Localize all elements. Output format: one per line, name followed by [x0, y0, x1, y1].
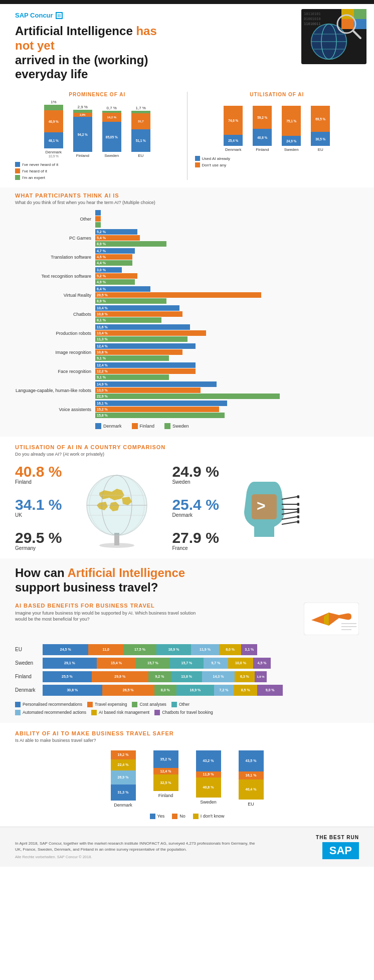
- ai-row-pcgames: PC Games 5,2 % 5,4 % 8,9 %: [15, 229, 359, 247]
- what-ai-subtitle: What do you think of first when you hear…: [15, 200, 359, 205]
- country-label: Denmark: [225, 147, 241, 152]
- utilisation-bar-finland: 59,2 % 40,8 % Finland: [249, 100, 275, 152]
- legend-risk-mgmt: AI based risk management: [99, 710, 149, 715]
- svg-text:11010011: 11010011: [304, 22, 321, 26]
- hbar-denmark: Denmark 30,8 % 26,5 % 8,0 % 16,9 % 7,2 %…: [15, 685, 359, 696]
- stacked-bar: 31,7 51,1 %: [131, 111, 150, 152]
- support-title-1: How can: [15, 566, 67, 579]
- header-section: SAP Concur ⊞ Artificial Intelligence has…: [0, 4, 374, 82]
- ai-row-prodrobots: Production robots 11,6 % 13,4 % 11,3 %: [15, 324, 359, 342]
- plane-icon: [304, 603, 359, 637]
- sap-badge: SAP: [322, 842, 359, 859]
- ai-row-other: Other: [15, 210, 359, 228]
- country-label: Denmark: [46, 150, 62, 154]
- utilisation-group: UTILISATION OF AI 74,6 % 25,4 % Denmark …: [195, 92, 359, 180]
- hbar-section: EU 24,5 % 11,0 17,5 % 16,9 % 11,9 % 8,0 …: [15, 644, 359, 696]
- ai-bars-container: Other PC Games 5,2 % 5,4 % 8,9 % Transla…: [15, 210, 359, 418]
- prominence-bar-finland: 2,9 % 2,9% 94,2 % Finland: [70, 105, 96, 158]
- svg-point-28: [297, 495, 299, 498]
- comparison-subtitle: Do you already use AI? (At work or priva…: [15, 452, 359, 457]
- safer-bar-sweden: 43,2 % 11,9 % 40,8 % Sweden: [192, 750, 225, 808]
- footer-copyright: Alle Rechte vorbehalten. SAP Concur © 20…: [15, 855, 256, 859]
- country-label: Sweden: [284, 147, 299, 152]
- stacked-bar: 2,9% 94,2 %: [73, 110, 92, 152]
- ai-row-facerecog: Face recognition 12,4 % 12,2 % 9,1 %: [15, 362, 359, 380]
- svg-text:>: >: [257, 497, 266, 514]
- title-black-2: arrived in the (working) everyday life: [15, 53, 148, 81]
- sap-logo-icon: ⊞: [56, 12, 63, 19]
- legend-auto-actions: Automated recommended actions: [23, 710, 86, 715]
- country-comparison-section: UTILISATION OF AI IN A COUNTRY COMPARISO…: [0, 437, 374, 558]
- stat-denmark: 25.4 % Denmark: [172, 497, 219, 518]
- safer-subtitle: Is AI able to make business travel safer…: [15, 738, 359, 743]
- country-label: Finland: [76, 153, 89, 158]
- legend-dont-use: Don't use any: [202, 163, 227, 167]
- bar-seg-blue: 51,1 %: [131, 129, 150, 152]
- prominence-legend: I've never heard of it I've heard of it …: [15, 162, 179, 180]
- sap-logo-text: SAP Concur: [15, 12, 53, 19]
- hbar-finland: Finland 25,5 % 29,9 % 9,2 % 13,8 % 14,3 …: [15, 671, 359, 682]
- legend-expert: I'm an expert: [22, 175, 45, 180]
- safer-legend: Yes No I don't know: [15, 814, 359, 819]
- support-title-2: Artificial Intelligence: [67, 566, 185, 579]
- svg-point-38: [297, 520, 299, 523]
- stat-germany: 29.5 % Germany: [15, 530, 62, 551]
- what-ai-legend: Denmark Finland Sweden: [15, 423, 359, 429]
- bar-seg-orange: 14,2 %: [102, 113, 121, 122]
- safer-bars: 19,2 % 22,4 % 26,9 % 31,3 % Denmark 35,2…: [15, 750, 359, 808]
- svg-line-27: [282, 497, 297, 499]
- legend-idontknow: I don't know: [201, 814, 225, 819]
- ai-row-chatbots: Chatbots 10,4 % 10,8 % 8,1 %: [15, 305, 359, 323]
- safer-section: ABILITY OF AI TO MAKE BUSINESS TRAVEL SA…: [0, 723, 374, 827]
- bar-top-label: 0,7 %: [107, 106, 117, 110]
- ai-row-vr: Virtual Reality 6,4 % 20,5 % 8,9 %: [15, 286, 359, 304]
- utilisation-bar-denmark: 74,6 % 25,4 % Denmark: [220, 100, 246, 152]
- footer-text: In April 2018, SAP Concur, together with…: [15, 841, 256, 853]
- title-black-1: Artificial Intelligence: [15, 24, 136, 38]
- support-title: How can Artificial Intelligence support …: [15, 566, 359, 595]
- utilisation-bar-eu: 69,5 % 30,5 % EU: [307, 100, 333, 152]
- svg-rect-3: [341, 19, 354, 29]
- footer-logo: THE BEST RUN SAP: [316, 835, 359, 859]
- main-title: Artificial Intelligence has not yet arri…: [15, 24, 231, 82]
- safer-title: ABILITY OF AI TO MAKE BUSINESS TRAVEL SA…: [15, 730, 359, 736]
- ai-row-imagerecog: Image recognition 12,4 % 10,8 % 9,1 %: [15, 343, 359, 361]
- legend-heard: I've heard of it: [22, 169, 47, 173]
- safer-bar-finland: 35,2 % 12,4 % 32,5 % Finland: [149, 750, 182, 808]
- prominence-bar-sweden: 0,7 % 14,2 % 85,05 % Sweden: [99, 106, 125, 158]
- legend-never: I've never heard of it: [22, 162, 58, 167]
- legend-used: Used AI already: [202, 156, 230, 161]
- benefits-title: AI BASED BENEFITS FOR BUSINESS TRAVEL: [15, 603, 206, 609]
- bar-seg-green: [44, 105, 63, 110]
- ai-row-textrecog: Text recognition software 3,0 % 5,2 % 4,…: [15, 267, 359, 285]
- prominence-title: PROMINENCE OF AI: [15, 92, 179, 97]
- bar-top-label: 2,9 %: [78, 105, 88, 109]
- support-title-3: support business travel?: [15, 580, 158, 594]
- legend-yes: Yes: [157, 814, 165, 819]
- utilisation-bar-sweden: 75,1 % 24,9 % Sweden: [278, 100, 304, 152]
- what-ai-title: WHAT PARTICIPANTS THINK AI IS: [15, 192, 359, 199]
- ai-head-illustration: >: [229, 467, 299, 548]
- svg-line-37: [282, 522, 297, 524]
- safer-bar-denmark: 19,2 % 22,4 % 26,9 % 31,3 % Denmark: [107, 750, 139, 808]
- stat-uk: 34.1 % UK: [15, 497, 62, 518]
- ai-row-language: Language-capable, human-like robots 14,9…: [15, 381, 359, 399]
- what-ai-section: WHAT PARTICIPANTS THINK AI IS What do yo…: [0, 187, 374, 437]
- charts-section: PROMINENCE OF AI 1% 40,9 % 48,1 % Denmar…: [0, 89, 374, 187]
- top-bar: [0, 0, 374, 4]
- stacked-bar: 40,9 % 48,1 %: [44, 105, 63, 148]
- country-label: Finland: [256, 147, 269, 152]
- prominence-group: PROMINENCE OF AI 1% 40,9 % 48,1 % Denmar…: [15, 92, 179, 180]
- best-run-text: THE BEST RUN: [316, 835, 359, 840]
- svg-rect-2: [354, 9, 366, 19]
- bar-seg-orange: 2,9%: [73, 113, 92, 117]
- stat-sweden: 24.9 % Sweden: [172, 464, 219, 485]
- country-label: EU: [138, 153, 143, 158]
- bar-seg-blue: 85,05 %: [102, 122, 121, 152]
- legend-finland: Finland: [140, 424, 155, 429]
- ai-row-translation: Translation software 4,7 % 4,5 % 4,4 %: [15, 248, 359, 266]
- bar-top-label: 1%: [51, 100, 57, 104]
- bar-seg-blue: 94,2 %: [73, 117, 92, 152]
- stacked-bar: 14,2 % 85,05 %: [102, 111, 121, 152]
- hbar-eu: EU 24,5 % 11,0 17,5 % 16,9 % 11,9 % 8,0 …: [15, 644, 359, 655]
